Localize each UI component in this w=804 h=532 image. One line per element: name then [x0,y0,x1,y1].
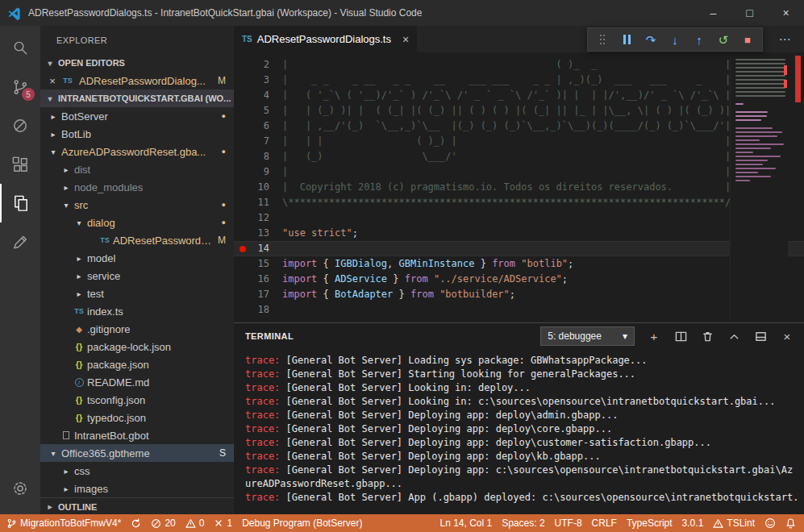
code-editor[interactable]: 2| ( )_ _ |3| _ _ _ __ _ _ __ ___ ___ _ … [234,52,804,322]
problems-errors[interactable]: 20 [151,517,175,529]
step-into-button[interactable]: ↓ [667,31,683,48]
code-line[interactable]: 10| Copyright 2018 (c) pragmatismo.io. T… [234,180,804,195]
terminal-selector[interactable]: 5: debuggee ▾ [540,326,635,346]
chevron-right-icon: ▸ [73,272,85,281]
tree-item[interactable]: TSADResetPasswordDial...M [40,231,234,249]
close-icon[interactable]: × [780,328,794,344]
git-branch[interactable]: MigrationToBotFmwV4* [6,517,121,529]
tree-item[interactable]: {}package.json [40,355,234,373]
extensions-activity-icon[interactable] [0,145,40,184]
code-line[interactable]: 13"use strict"; [234,226,804,241]
tree-item[interactable]: ▸BotServer● [40,107,234,125]
tree-item[interactable]: ▾dialog● [40,214,234,231]
code-line[interactable]: 17import { BotAdapter } from "botbuilder… [234,287,804,302]
code-line[interactable]: 11\*************************************… [234,195,804,210]
explorer-activity-icon[interactable] [0,184,40,222]
json-file-icon: {} [73,413,85,422]
pause-button[interactable] [619,31,635,48]
code-line[interactable]: 18 [234,302,804,318]
tree-item[interactable]: ◆.gitignore [40,320,234,338]
code-line[interactable]: 4| ( '_`\ ( '__)/'_` ) /'_`\ /' _ ` _ `\… [234,88,804,103]
tree-item[interactable]: ▸BotLib [40,125,234,143]
minimize-button[interactable]: – [695,0,731,26]
json-file-icon: {} [73,395,85,405]
tab-close-icon[interactable]: × [402,33,409,46]
terminal-tab[interactable]: TERMINAL [245,331,294,341]
tree-item[interactable]: ▾Office365.gbthemeS [40,444,234,462]
outline-header[interactable]: ▸ OUTLINE [40,497,234,514]
workbench-body: 5 EXPLORER ▾ OPEN EDITORS × TS ADResetPa… [0,26,804,514]
minimap[interactable] [730,52,788,322]
code-line[interactable]: 9| | [234,164,804,180]
tree-item[interactable]: iREADME.md [40,373,234,391]
sync[interactable] [131,518,141,529]
trace-prefix: trace: [245,464,280,476]
problems-warnings[interactable]: 0 [185,517,205,529]
step-over-button[interactable]: ↷ [643,31,659,48]
tslint-status[interactable]: TSLint [713,517,755,529]
split-icon[interactable] [673,328,688,344]
typescript-version[interactable]: 3.0.1 [682,517,704,529]
tree-item[interactable]: ▸images [40,480,234,497]
search-activity-icon[interactable] [0,29,40,68]
cursor-position[interactable]: Ln 14, Col 1 [439,517,492,529]
panel-icon[interactable] [753,328,768,344]
step-out-button[interactable]: ↑ [691,31,707,48]
code-line[interactable]: 15import { IGBDialog, GBMinInstance } fr… [234,256,804,272]
open-editors-header[interactable]: ▾ OPEN EDITORS [40,54,234,72]
tree-item[interactable]: ▸model [40,249,234,267]
edit-activity-icon[interactable] [0,222,40,261]
code-line[interactable]: 5| | (_) )| | ( (_| |( (_) || ( ) ( ) |(… [234,103,804,118]
git-status-badge: M [218,235,226,246]
tree-item[interactable]: ▾AzureADPasswordReset.gba...● [40,143,234,160]
encoding[interactable]: UTF-8 [555,517,582,529]
code-line[interactable]: 16import { ADService } from "../service/… [234,272,804,287]
tree-item[interactable]: ▸css [40,462,234,480]
code-line[interactable]: 14 [234,241,804,256]
terminal-line: trace: [General Bot Server] Looking in: … [245,395,798,409]
code-line[interactable]: 3| _ _ _ __ _ _ __ ___ ___ _ _ | ,_)(_) … [234,73,804,88]
notifications[interactable] [785,517,796,529]
stop-button[interactable]: ■ [739,31,756,48]
code-line[interactable]: 12 [234,210,804,226]
code-line[interactable]: 2| ( )_ _ | [234,57,804,73]
eol[interactable]: CRLF [592,517,617,529]
breakpoint-icon[interactable] [240,246,246,252]
tree-item[interactable]: {}tsconfig.json [40,391,234,409]
tree-item[interactable]: {}package-lock.json [40,338,234,355]
close-icon[interactable]: × [47,75,58,87]
debug-launch[interactable]: Debug Program (BotServer) [242,517,362,529]
editor-scrollbar[interactable] [788,52,804,322]
maximize-button[interactable]: □ [731,0,768,26]
line-number: 2 [234,57,269,73]
tree-item[interactable]: ▾src● [40,196,234,214]
line-number: 12 [234,210,269,226]
tree-item[interactable]: ▸service [40,267,234,285]
debug-activity-icon[interactable] [0,106,40,145]
scm-activity-icon[interactable]: 5 [0,68,40,106]
code-line[interactable]: 7| | | ( )_) | | [234,134,804,149]
tree-item[interactable]: ▸test [40,285,234,302]
language-mode[interactable]: TypeScript [627,517,673,529]
close-button[interactable]: × [768,0,804,26]
tree-item[interactable]: IntranetBot.gbot [40,426,234,444]
tree-item[interactable]: ▸dist [40,160,234,178]
tree-item[interactable]: TSindex.ts [40,302,234,320]
trash-icon[interactable] [700,328,714,344]
indentation[interactable]: Spaces: 2 [502,517,544,529]
code-line[interactable]: 8| (_) \___/' | [234,149,804,164]
more-icon[interactable]: ⋯ [777,31,793,48]
chevron-up-icon[interactable] [727,328,741,344]
terminal-output[interactable]: trace: [General Bot Server] Loading sys … [234,349,804,514]
workspace-folder-header[interactable]: ▾ INTRANETBOTQUICKSTART.GBAI (WO... [40,89,234,107]
counter[interactable]: 1 [214,517,232,529]
tree-item[interactable]: {}typedoc.json [40,409,234,426]
new-terminal-icon[interactable]: + [647,328,661,344]
tree-item[interactable]: ▸node_modules [40,178,234,196]
gear-icon[interactable] [0,469,40,508]
restart-button[interactable]: ↺ [715,31,731,48]
editor-tab[interactable]: TS ADResetPasswordDialogs.ts × [234,26,417,52]
code-line[interactable]: 6| | ,__/'(_) `\__,_)`\__ |(_) (_) (_)`\… [234,118,804,134]
open-editor-item[interactable]: × TS ADResetPasswordDialog... M [40,72,234,89]
feedback[interactable] [764,517,776,529]
